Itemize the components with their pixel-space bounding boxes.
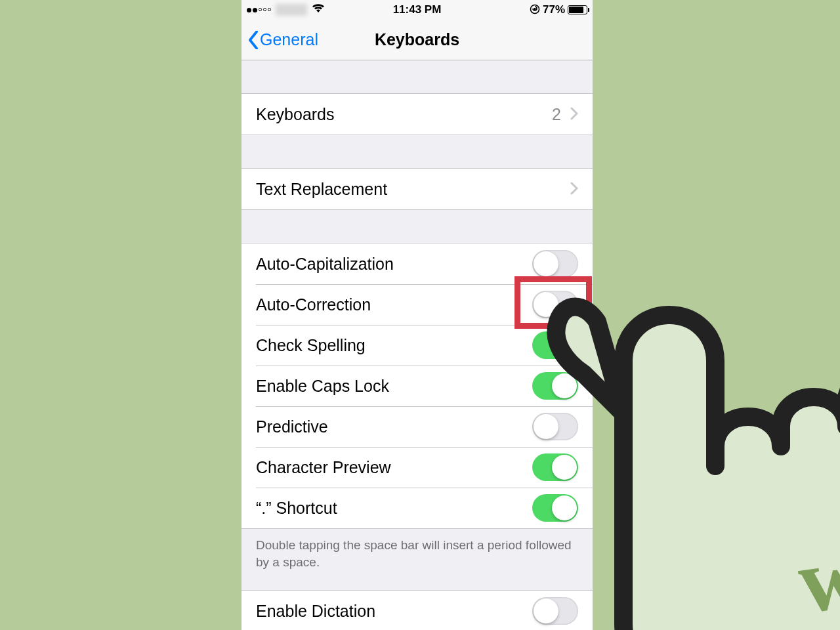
phone-screen: 11:43 PM 77% General Keyboards Keyboards… <box>242 0 593 630</box>
row-character-preview[interactable]: Character Preview <box>242 447 593 488</box>
row-predictive[interactable]: Predictive <box>242 406 593 447</box>
chevron-right-icon <box>570 180 578 199</box>
row-check-spelling[interactable]: Check Spelling <box>242 325 593 366</box>
battery-icon <box>568 5 587 14</box>
row-label: Keyboards <box>256 105 552 124</box>
row-period-shortcut[interactable]: “.” Shortcut <box>242 488 593 528</box>
toggle-predictive[interactable] <box>532 413 578 440</box>
row-label: Check Spelling <box>256 336 532 355</box>
toggle-character-preview[interactable] <box>532 453 578 481</box>
row-label: Predictive <box>256 417 532 436</box>
row-label: Enable Dictation <box>256 602 532 621</box>
group-text-replacement: Text Replacement <box>242 168 593 210</box>
rotation-lock-icon <box>530 4 540 16</box>
row-enable-caps-lock[interactable]: Enable Caps Lock <box>242 366 593 406</box>
highlight-box <box>514 276 592 329</box>
watermark-text: wH <box>792 513 840 630</box>
navigation-bar: General Keyboards <box>242 20 593 60</box>
row-label: Enable Caps Lock <box>256 377 532 396</box>
toggle-auto-capitalization[interactable] <box>532 250 578 278</box>
row-label: Auto-Correction <box>256 295 532 314</box>
row-label: Text Replacement <box>256 180 570 199</box>
row-label: Auto-Capitalization <box>256 255 532 274</box>
spacer <box>242 60 593 93</box>
toggle-period-shortcut[interactable] <box>532 494 578 522</box>
back-label: General <box>260 30 318 49</box>
toggle-check-spelling[interactable] <box>532 331 578 359</box>
carrier-blur <box>276 4 307 16</box>
row-keyboards[interactable]: Keyboards 2 <box>242 94 593 135</box>
back-button[interactable]: General <box>248 30 318 49</box>
chevron-left-icon <box>248 31 259 49</box>
svg-rect-1 <box>534 8 536 10</box>
status-time: 11:43 PM <box>393 3 442 16</box>
row-label: Character Preview <box>256 458 532 477</box>
chevron-right-icon <box>570 105 578 124</box>
status-left <box>247 3 325 16</box>
battery-percent: 77% <box>543 3 565 16</box>
row-label: “.” Shortcut <box>256 499 532 518</box>
status-right: 77% <box>530 3 587 16</box>
row-text-replacement[interactable]: Text Replacement <box>242 169 593 209</box>
signal-dots-icon <box>247 8 271 12</box>
toggle-enable-caps-lock[interactable] <box>532 372 578 400</box>
page-title: Keyboards <box>375 30 459 49</box>
row-value: 2 <box>552 105 561 124</box>
toggle-enable-dictation[interactable] <box>532 597 578 625</box>
spacer <box>242 135 593 168</box>
group-dictation: Enable Dictation <box>242 590 593 630</box>
row-enable-dictation[interactable]: Enable Dictation <box>242 591 593 630</box>
status-bar: 11:43 PM 77% <box>242 0 593 20</box>
wifi-icon <box>312 3 325 16</box>
group-keyboards: Keyboards 2 <box>242 93 593 135</box>
spacer <box>242 210 593 243</box>
footer-text: Double tapping the space bar will insert… <box>242 529 593 590</box>
